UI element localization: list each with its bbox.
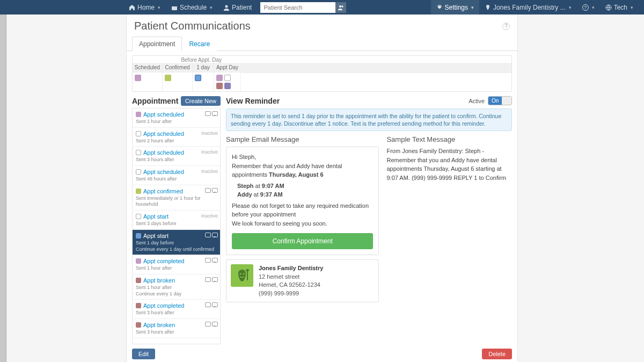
nav-settings[interactable]: Settings▾ — [431, 0, 479, 15]
reminder-meta: Sent 3 hours after — [136, 157, 217, 163]
nav-schedule[interactable]: Schedule▾ — [166, 0, 218, 15]
email-time: 9:37 AM — [260, 191, 283, 198]
reminder-meta: Sent 1 day beforeContinue every 1 day un… — [136, 240, 217, 252]
delete-button[interactable]: Delete — [482, 349, 512, 359]
reminder-color-chip — [136, 258, 141, 264]
reminder-list[interactable]: Appt scheduled Sent 1 hour after Appt sc… — [132, 108, 221, 344]
reminder-color-chip — [136, 131, 141, 136]
practice-phone: (999) 999-9999 — [259, 290, 299, 296]
nav-schedule-label: Schedule — [180, 4, 207, 11]
reminder-meta: Sent 3 hours after — [136, 329, 217, 336]
mail-icon — [205, 188, 211, 193]
reminder-item[interactable]: Appt completed Sent 1 hour after — [133, 255, 220, 274]
reminder-status-icons — [205, 302, 218, 307]
gear-icon — [436, 4, 443, 11]
tab-appointment[interactable]: Appointment — [132, 37, 182, 51]
confirm-appointment-button[interactable]: Confirm Appointment — [232, 233, 373, 249]
page-title: Patient Communications — [134, 20, 251, 32]
reminder-color-chip — [136, 169, 141, 175]
create-new-button[interactable]: Create New — [181, 96, 221, 106]
reminder-status-inactive: Inactive — [201, 131, 218, 136]
tab-recare[interactable]: Recare — [182, 37, 217, 51]
reminder-chip[interactable] — [195, 75, 201, 81]
page-help-icon[interactable]: ? — [502, 23, 510, 30]
nav-patient-label: Patient — [232, 4, 252, 11]
reminder-meta: Sent 48 hours after — [136, 176, 217, 183]
toggle-off — [502, 97, 511, 105]
chat-icon — [212, 111, 218, 116]
reminder-meta: Sent 3 hours after — [136, 310, 217, 316]
reminder-item[interactable]: Appt start Inactive Sent 3 days before — [133, 211, 220, 230]
reminder-chip[interactable] — [224, 83, 231, 89]
reminder-detail: View Reminder Active On This reminder is… — [226, 96, 512, 344]
reminder-item[interactable]: Appt scheduled Sent 1 hour after — [133, 108, 220, 128]
home-icon — [129, 4, 135, 11]
reminder-status-icons — [205, 277, 218, 282]
nav-settings-label: Settings — [445, 4, 468, 11]
edit-button[interactable]: Edit — [132, 349, 155, 359]
help-icon: ? — [582, 4, 589, 11]
reminder-item[interactable]: Appt broken Sent 3 hours after — [133, 319, 220, 338]
svg-point-3 — [339, 5, 341, 8]
reminder-chip[interactable] — [216, 75, 223, 81]
nav-tech[interactable]: Tech▾ — [600, 0, 639, 15]
sidebar-expand-handle[interactable] — [0, 15, 6, 362]
practice-logo-icon — [231, 264, 253, 287]
practice-card: Jones Family Dentistry 12 hemet street H… — [226, 259, 379, 302]
reminder-item[interactable]: Appt scheduled Inactive Sent 48 hours af… — [133, 166, 220, 185]
practice-addr1: 12 hemet street — [259, 273, 299, 280]
top-nav: Home▾ Schedule▾ Patient Settings▾ Jones … — [0, 0, 644, 15]
reminder-item[interactable]: Appt scheduled Inactive Sent 2 hours aft… — [133, 128, 220, 147]
reminder-status-icons — [205, 233, 218, 237]
email-at: at — [254, 183, 262, 189]
reminder-chip[interactable] — [224, 75, 231, 81]
timeline-col-scheduled: Scheduled — [133, 63, 163, 91]
svg-rect-1 — [172, 5, 177, 6]
reminder-status-icons — [205, 258, 218, 263]
sample-text-body: From Jones Family Dentistry: Steph - Rem… — [386, 147, 512, 182]
reminder-chip[interactable] — [135, 75, 141, 81]
mail-icon — [205, 277, 211, 282]
page-title-row: Patient Communications ? — [127, 15, 517, 37]
nav-location[interactable]: Jones Family Dentistry ...▾ — [479, 0, 577, 15]
reminder-meta: Sent 1 hour afterContinue every 1 day — [136, 285, 217, 297]
timeline: Before Appt. Day Scheduled Confirmed 1 d… — [132, 55, 512, 92]
timeline-col-1day: 1 day — [193, 63, 214, 91]
sample-email-body: Hi Steph, Remember that you and Addy hav… — [226, 147, 379, 255]
patient-search-input[interactable] — [260, 2, 335, 13]
sample-email-heading: Sample Email Message — [226, 135, 379, 143]
reminder-color-chip — [136, 233, 141, 238]
reminder-color-chip — [136, 189, 141, 194]
chat-icon — [212, 302, 218, 307]
reminder-sidebar: Appointment Create New Appt scheduled Se… — [132, 96, 221, 344]
mail-icon — [205, 258, 211, 263]
nav-patient[interactable]: Patient — [218, 0, 257, 15]
nav-help[interactable]: ?▾ — [577, 0, 600, 15]
timeline-col-head: Confirmed — [163, 63, 192, 73]
reminder-chip[interactable] — [165, 75, 171, 81]
practice-name: Jones Family Dentistry — [259, 265, 323, 271]
reminder-meta: Sent immediately or 1 hour for household — [136, 196, 217, 208]
reminder-item[interactable]: Appt start Sent 1 day beforeContinue eve… — [133, 230, 220, 255]
reminder-meta: Sent 3 days before — [136, 221, 217, 227]
reminder-item[interactable]: Appt completed Sent 3 hours after — [133, 300, 220, 319]
svg-rect-8 — [247, 271, 248, 280]
active-toggle[interactable]: On — [488, 96, 512, 105]
reminder-chip[interactable] — [216, 83, 223, 89]
email-greeting: Hi Steph, — [232, 153, 373, 162]
timeline-col-apptday: Appt Day — [214, 63, 241, 91]
timeline-axis-label: Before Appt. Day — [133, 56, 511, 63]
chat-icon — [212, 277, 218, 282]
reminder-info-banner: This reminder is set to send 1 day prior… — [226, 108, 512, 131]
pin-icon — [485, 4, 491, 11]
patient-search — [260, 2, 346, 13]
nav-location-label: Jones Family Dentistry ... — [493, 4, 566, 11]
nav-home[interactable]: Home▾ — [123, 0, 166, 15]
detail-actions: Edit Delete — [132, 344, 512, 359]
reminder-item[interactable]: Appt confirmed Sent immediately or 1 hou… — [133, 185, 220, 211]
nav-home-label: Home — [137, 4, 155, 11]
reminder-item[interactable]: Appt broken Sent 1 hour afterContinue ev… — [133, 274, 220, 300]
reminder-item[interactable]: Appt scheduled Inactive Sent 3 hours aft… — [133, 147, 220, 166]
reminder-meta: Sent 1 hour after — [136, 265, 217, 272]
patient-search-button[interactable] — [335, 2, 346, 13]
